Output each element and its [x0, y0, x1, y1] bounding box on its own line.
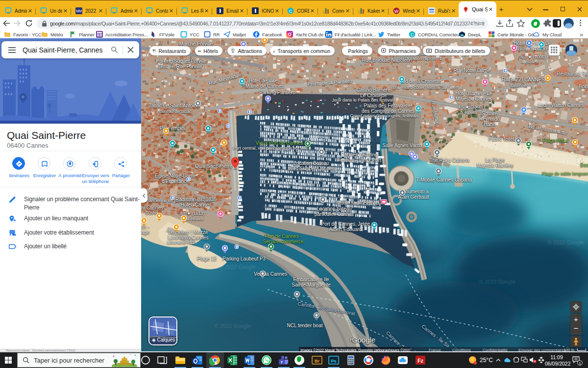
svg-text:MM: MM [76, 9, 82, 13]
svg-text:© 2022 Google: © 2022 Google [479, 279, 515, 285]
svg-text:© 2022 Google: © 2022 Google [215, 323, 251, 329]
svg-text:© 2022 Google: © 2022 Google [357, 136, 393, 142]
svg-text:P: P [345, 52, 345, 53]
svg-text:W: W [394, 9, 399, 14]
svg-text:C: C [289, 9, 293, 14]
svg-text:© 2022 Google: © 2022 Google [548, 239, 584, 245]
svg-text:© 2022 Google: © 2022 Google [220, 264, 256, 270]
svg-text:Ps: Ps [331, 359, 336, 364]
svg-text:T: T [281, 360, 283, 365]
svg-text:Br: Br [315, 359, 319, 364]
svg-text:© 2022 Google: © 2022 Google [416, 92, 452, 98]
svg-text:© 2022 Google: © 2022 Google [514, 131, 550, 137]
svg-text:Fz: Fz [417, 358, 424, 364]
svg-text:C: C [411, 32, 414, 37]
